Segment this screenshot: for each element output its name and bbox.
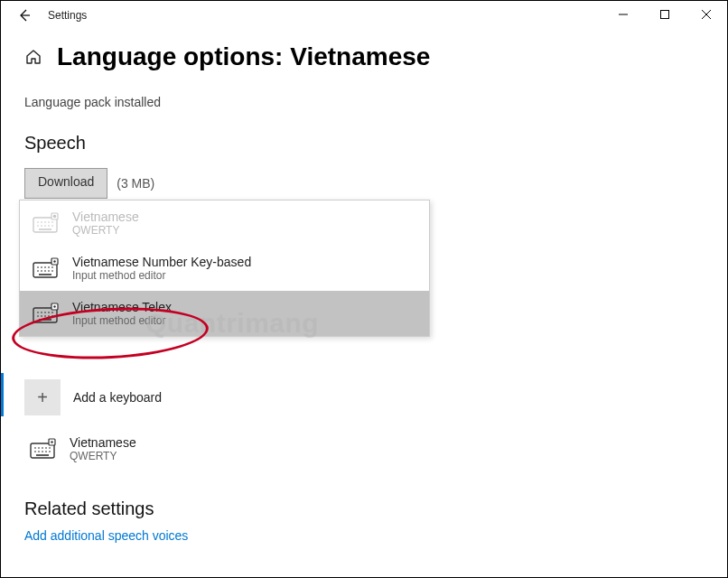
close-button[interactable] — [686, 1, 727, 28]
dropdown-item-name: Vietnamese Telex — [72, 300, 172, 314]
dropdown-item-name: Vietnamese — [72, 210, 139, 224]
svg-point-6 — [51, 441, 52, 443]
add-keyboard-label: Add a keyboard — [73, 390, 162, 405]
close-icon — [702, 10, 711, 19]
accent-bar — [1, 373, 4, 416]
keyboard-icon — [33, 212, 60, 234]
dropdown-item-vietnamese-number-key[interactable]: Vietnamese Number Key-based Input method… — [20, 246, 429, 291]
minimize-button[interactable] — [602, 1, 644, 28]
speech-download-row: Download (3 MB) — [24, 168, 704, 199]
download-button[interactable]: Download — [24, 168, 107, 199]
installed-keyboard-item[interactable]: Vietnamese QWERTY — [24, 435, 704, 462]
related-settings-heading: Related settings — [24, 499, 704, 519]
window-title: Settings — [41, 9, 87, 22]
keyboard-icon — [33, 257, 60, 279]
language-pack-status: Language pack installed — [24, 95, 704, 109]
keyboard-icon — [30, 438, 57, 460]
plus-icon: + — [24, 379, 61, 415]
dropdown-item-sub: QWERTY — [72, 224, 139, 237]
window-controls — [602, 1, 727, 28]
dropdown-item-vietnamese-telex[interactable]: Vietnamese Telex Input method editor — [20, 291, 429, 336]
svg-point-18 — [53, 260, 55, 262]
dropdown-item-name: Vietnamese Number Key-based — [72, 255, 251, 269]
svg-point-12 — [53, 215, 55, 217]
installed-keyboard-text: Vietnamese QWERTY — [70, 435, 136, 462]
installed-keyboard-sub: QWERTY — [70, 450, 136, 462]
svg-rect-1 — [661, 11, 669, 19]
download-size: (3 MB) — [117, 176, 154, 191]
maximize-button[interactable] — [644, 1, 686, 28]
page-header: Language options: Vietnamese — [24, 42, 704, 71]
add-keyboard-row[interactable]: + Add a keyboard — [24, 379, 704, 415]
dropdown-item-sub: Input method editor — [72, 314, 172, 327]
maximize-icon — [660, 10, 669, 19]
keyboard-dropdown: Vietnamese QWERTY Vietnamese Number Key-… — [19, 200, 430, 337]
installed-keyboard-name: Vietnamese — [70, 435, 136, 450]
back-button[interactable] — [8, 1, 41, 30]
dropdown-item-sub: Input method editor — [72, 269, 251, 282]
home-icon[interactable] — [24, 48, 42, 66]
keyboard-icon — [33, 303, 60, 324]
minimize-icon — [619, 10, 628, 19]
page-title: Language options: Vietnamese — [57, 42, 430, 71]
svg-point-24 — [53, 305, 55, 307]
back-arrow-icon — [17, 8, 32, 23]
speech-heading: Speech — [24, 133, 704, 154]
add-speech-voices-link[interactable]: Add additional speech voices — [24, 528, 188, 543]
dropdown-item-vietnamese-qwerty[interactable]: Vietnamese QWERTY — [20, 200, 429, 246]
